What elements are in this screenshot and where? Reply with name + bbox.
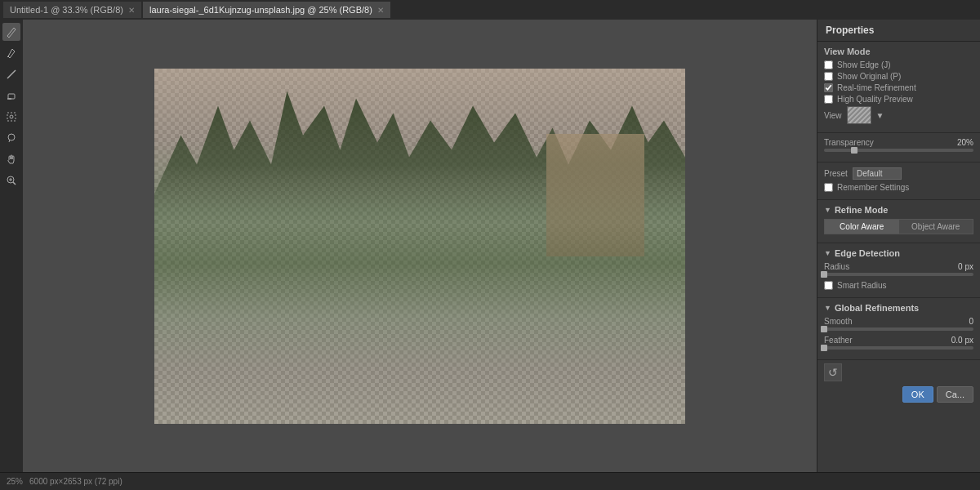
properties-title: Properties — [817, 20, 980, 42]
svg-line-1 — [7, 70, 16, 78]
transparency-section: Transparency 20% — [817, 133, 980, 163]
high-quality-row: High Quality Preview — [824, 95, 973, 104]
color-aware-btn[interactable]: Color Aware — [825, 220, 899, 234]
tab-laura[interactable]: laura-siegal-_6d1Kujnzug-unsplash.jpg @ … — [143, 2, 390, 18]
view-mode-section: View Mode Show Edge (J) Show Original (P… — [817, 42, 980, 133]
radius-value: 0 px — [958, 262, 973, 271]
svg-line-8 — [13, 182, 16, 185]
radius-track[interactable] — [824, 273, 973, 276]
svg-point-5 — [10, 115, 13, 118]
main-area: Properties View Mode Show Edge (J) Show … — [0, 20, 980, 472]
refine-toggle: Color Aware Object Aware — [824, 219, 973, 234]
transparency-track[interactable] — [824, 149, 973, 152]
svg-rect-2 — [8, 94, 15, 99]
radius-thumb[interactable] — [821, 271, 827, 278]
edge-detection-section: ▼ Edge Detection Radius 0 px Smart Radiu… — [817, 243, 980, 298]
eraser-tool[interactable] — [2, 87, 20, 105]
svg-rect-4 — [7, 113, 16, 121]
view-thumbnail[interactable] — [847, 106, 871, 124]
view-row: View ▼ — [824, 106, 973, 124]
toolbar — [0, 20, 23, 472]
tab-untitled-label: Untitled-1 @ 33.3% (RGB/8) — [10, 5, 123, 15]
tab-bar: Untitled-1 @ 33.3% (RGB/8) ✕ laura-siega… — [0, 0, 980, 20]
smooth-track[interactable] — [824, 327, 973, 331]
real-time-label: Real-time Refinement — [837, 83, 916, 92]
refine-mode-section: ▼ Refine Mode Color Aware Object Aware — [817, 200, 980, 243]
smart-radius-row: Smart Radius — [824, 281, 973, 290]
show-original-row: Show Original (P) — [824, 72, 973, 81]
high-quality-label: High Quality Preview — [837, 95, 913, 104]
global-refinements-title: Global Refinements — [835, 303, 919, 313]
transparency-row: Transparency 20% — [824, 138, 973, 147]
smooth-label: Smooth — [824, 317, 852, 326]
global-refinements-section: ▼ Global Refinements Smooth 0 Feather 0.… — [817, 298, 980, 360]
hand-tool[interactable] — [2, 150, 20, 168]
remember-settings-row: Remember Settings — [824, 183, 973, 192]
real-time-row: Real-time Refinement — [824, 83, 973, 92]
global-refinements-arrow: ▼ — [824, 304, 831, 312]
bottom-bar: 25% 6000 px×2653 px (72 ppi) — [0, 472, 980, 490]
preset-value[interactable]: Default — [853, 167, 902, 180]
brush-tool[interactable] — [2, 23, 20, 41]
transparency-value: 20% — [957, 138, 973, 147]
feather-row: Feather 0.0 px — [824, 336, 973, 345]
zoom-level: 25% — [7, 477, 23, 486]
radius-slider-container: Radius 0 px — [824, 262, 973, 278]
ok-button[interactable]: OK — [902, 386, 933, 403]
smart-radius-checkbox[interactable] — [824, 281, 833, 290]
transparency-thumb[interactable] — [851, 147, 858, 154]
view-dropdown-arrow[interactable]: ▼ — [876, 111, 884, 120]
pen-tool[interactable] — [2, 44, 20, 62]
show-edge-checkbox[interactable] — [824, 60, 833, 69]
transparency-slider-container: Transparency 20% — [824, 138, 973, 154]
refine-mode-title: Refine Mode — [835, 205, 888, 215]
high-quality-checkbox[interactable] — [824, 95, 833, 104]
edge-detection-arrow: ▼ — [824, 249, 831, 257]
svg-point-6 — [8, 134, 15, 140]
building-structure — [546, 134, 644, 256]
preset-row: Preset Default — [824, 167, 973, 180]
cancel-button[interactable]: Ca... — [937, 386, 973, 403]
properties-panel: Properties View Mode Show Edge (J) Show … — [817, 20, 980, 472]
edge-detection-title: Edge Detection — [835, 248, 900, 258]
transparency-label: Transparency — [824, 138, 874, 147]
show-edge-row: Show Edge (J) — [824, 60, 973, 69]
canvas-image — [154, 69, 685, 424]
show-edge-label: Show Edge (J) — [837, 60, 891, 69]
undo-button[interactable]: ↺ — [824, 363, 842, 381]
show-original-checkbox[interactable] — [824, 72, 833, 81]
tab-untitled[interactable]: Untitled-1 @ 33.3% (RGB/8) ✕ — [3, 2, 141, 18]
tab-laura-label: laura-siegal-_6d1Kujnzug-unsplash.jpg @ … — [149, 5, 372, 15]
zoom-tool[interactable] — [2, 172, 20, 189]
edge-detection-collapse[interactable]: ▼ Edge Detection — [824, 248, 973, 258]
remember-settings-label: Remember Settings — [837, 183, 909, 192]
lasso-tool[interactable] — [2, 129, 20, 147]
document-dimensions: 6000 px×2653 px (72 ppi) — [29, 477, 122, 486]
undo-row: ↺ — [817, 360, 980, 381]
feather-slider-container: Feather 0.0 px — [824, 336, 973, 351]
tab-untitled-close[interactable]: ✕ — [128, 6, 135, 15]
canvas-area[interactable] — [23, 20, 817, 472]
smooth-row: Smooth 0 — [824, 317, 973, 326]
view-label: View — [824, 111, 842, 120]
smooth-value: 0 — [969, 317, 973, 326]
show-original-label: Show Original (P) — [837, 72, 901, 81]
object-aware-btn[interactable]: Object Aware — [899, 220, 973, 234]
feather-label: Feather — [824, 336, 852, 345]
feather-track[interactable] — [824, 346, 973, 350]
feather-value: 0.0 px — [951, 336, 973, 345]
global-refinements-collapse[interactable]: ▼ Global Refinements — [824, 303, 973, 313]
feather-thumb[interactable] — [821, 345, 827, 351]
preset-label: Preset — [824, 169, 848, 178]
refine-mode-collapse[interactable]: ▼ Refine Mode — [824, 205, 973, 215]
tab-laura-close[interactable]: ✕ — [377, 6, 384, 15]
action-row: OK Ca... — [817, 381, 980, 408]
line-tool[interactable] — [2, 65, 20, 83]
smart-radius-label: Smart Radius — [837, 281, 887, 290]
smooth-thumb[interactable] — [821, 326, 827, 332]
remember-settings-checkbox[interactable] — [824, 183, 833, 192]
refine-mode-arrow: ▼ — [824, 206, 831, 214]
select-tool[interactable] — [2, 108, 20, 126]
real-time-checkbox[interactable] — [824, 83, 833, 92]
smooth-slider-container: Smooth 0 — [824, 317, 973, 332]
